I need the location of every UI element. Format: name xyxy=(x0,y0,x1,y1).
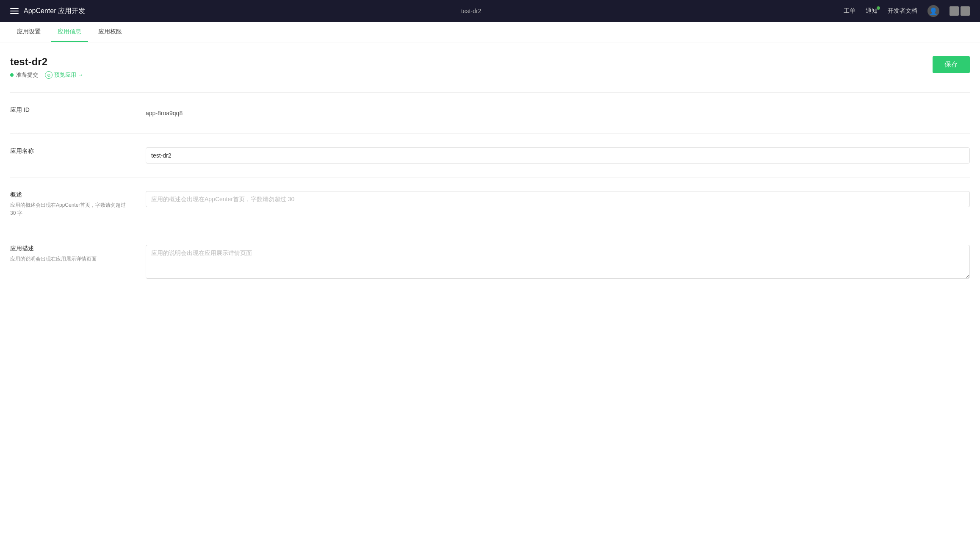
brand-title: AppCenter 应用开发 xyxy=(24,7,85,16)
navbar-brand: AppCenter 应用开发 xyxy=(10,7,85,16)
app-name-value-col xyxy=(146,147,970,164)
page-title: test-dr2 xyxy=(10,56,83,68)
description-label: 应用描述 xyxy=(10,245,129,252)
notification-dot xyxy=(877,6,880,10)
status-label: 准备提交 xyxy=(16,71,38,79)
description-textarea[interactable] xyxy=(146,245,970,279)
app-id-value: app-8roa9qq8 xyxy=(146,106,970,120)
navbar-right: 工单 通知 开发者文档 👤 xyxy=(844,5,970,17)
tab-app-settings[interactable]: 应用设置 xyxy=(10,22,47,42)
preview-icon: ⊙ xyxy=(45,71,53,79)
summary-label: 概述 xyxy=(10,191,129,199)
nav-notification[interactable]: 通知 xyxy=(866,7,878,15)
description-desc-text: 应用的说明会出现在应用展示详情页面 xyxy=(10,255,129,263)
nav-ticket[interactable]: 工单 xyxy=(844,7,855,15)
app-name-input[interactable] xyxy=(146,147,970,164)
description-label-col: 应用描述 应用的说明会出现在应用展示详情页面 xyxy=(10,245,129,263)
hamburger-menu[interactable] xyxy=(10,8,19,14)
user-avatar[interactable]: 👤 xyxy=(927,5,939,17)
summary-value-col xyxy=(146,191,970,207)
page-status: 准备提交 ⊙ 预览应用 → xyxy=(10,71,83,79)
navbar: AppCenter 应用开发 test-dr2 工单 通知 开发者文档 👤 xyxy=(0,0,980,22)
app-id-label-col: 应用 ID xyxy=(10,106,129,116)
nav-docs[interactable]: 开发者文档 xyxy=(888,7,917,15)
app-id-label: 应用 ID xyxy=(10,106,129,114)
app-id-value-col: app-8roa9qq8 xyxy=(146,106,970,120)
summary-label-col: 概述 应用的概述会出现在AppCenter首页，字数请勿超过 30 字 xyxy=(10,191,129,217)
user-icon: 👤 xyxy=(929,7,938,15)
qr-square-2 xyxy=(961,6,970,16)
preview-link[interactable]: ⊙ 预览应用 → xyxy=(45,71,83,79)
tab-app-permissions[interactable]: 应用权限 xyxy=(91,22,129,42)
qr-square-1 xyxy=(950,6,959,16)
page-header-left: test-dr2 准备提交 ⊙ 预览应用 → xyxy=(10,56,83,79)
status-indicator: 准备提交 xyxy=(10,71,38,79)
app-name-label-col: 应用名称 xyxy=(10,147,129,158)
save-button[interactable]: 保存 xyxy=(933,56,970,73)
tab-app-info[interactable]: 应用信息 xyxy=(51,22,88,42)
app-name-label: 应用名称 xyxy=(10,147,129,155)
form-section-app-name: 应用名称 xyxy=(10,133,970,177)
navbar-center: test-dr2 xyxy=(99,8,844,14)
qr-block xyxy=(950,6,970,16)
form-section-app-id: 应用 ID app-8roa9qq8 xyxy=(10,92,970,133)
summary-description: 应用的概述会出现在AppCenter首页，字数请勿超过 30 字 xyxy=(10,201,129,217)
form-section-description: 应用描述 应用的说明会出现在应用展示详情页面 xyxy=(10,231,970,294)
description-value-col xyxy=(146,245,970,280)
navbar-page-title: test-dr2 xyxy=(461,8,481,14)
main-content: test-dr2 准备提交 ⊙ 预览应用 → 保存 应用 ID app-8roa… xyxy=(0,42,980,560)
subnav: 应用设置 应用信息 应用权限 xyxy=(0,22,980,42)
notification-label: 通知 xyxy=(866,7,878,14)
summary-input[interactable] xyxy=(146,191,970,207)
form-section-summary: 概述 应用的概述会出现在AppCenter首页，字数请勿超过 30 字 xyxy=(10,177,970,231)
status-dot xyxy=(10,73,14,77)
preview-label: 预览应用 → xyxy=(54,71,83,79)
page-header: test-dr2 准备提交 ⊙ 预览应用 → 保存 xyxy=(10,56,970,79)
